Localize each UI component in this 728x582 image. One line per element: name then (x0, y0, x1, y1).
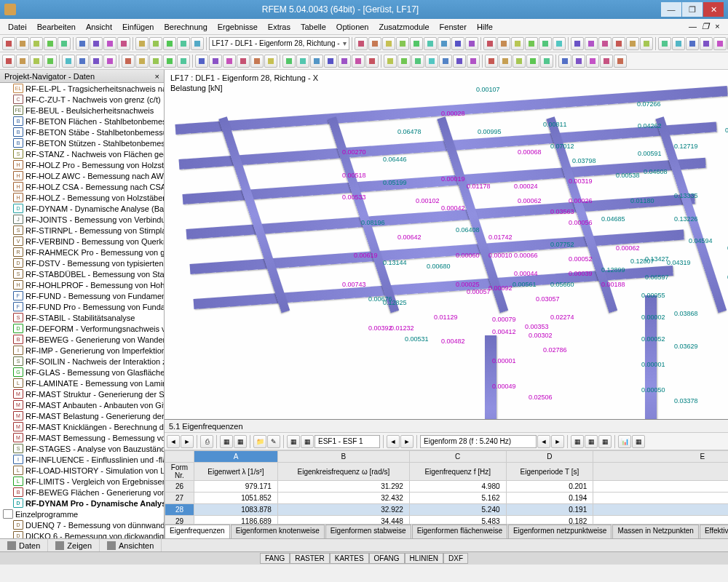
results-toolbar-button[interactable]: ◄ (167, 435, 180, 448)
toolbar-button[interactable] (411, 55, 424, 68)
mdi-close-icon[interactable]: × (715, 22, 725, 32)
toolbar-button[interactable] (177, 37, 190, 50)
results-toolbar-button[interactable]: ⎙ (200, 435, 213, 448)
table-row[interactable]: 271051.85232.4325.1620.194 (165, 493, 729, 504)
toolbar-button[interactable] (310, 55, 323, 68)
toolbar-button[interactable] (368, 37, 381, 50)
tree-item[interactable]: GRF-GLAS - Bemessung von Glasflächen (0, 367, 164, 378)
toolbar-button[interactable] (424, 37, 437, 50)
table-row[interactable]: 291186.68934.4485.4830.182 (165, 516, 729, 525)
toolbar-button[interactable] (425, 55, 438, 68)
results-tab[interactable]: Eigenformen netzpunktweise (508, 525, 612, 538)
tree-item[interactable]: ELRF-EL-PL - Tragsicherheitsnachweis nac… (0, 83, 164, 94)
toolbar-button[interactable] (485, 55, 498, 68)
results-toolbar-button[interactable]: ▦ (632, 435, 645, 448)
toolbar-button[interactable] (453, 55, 466, 68)
results-toolbar-button[interactable]: ▦ (585, 435, 598, 448)
status-toggle-dxf[interactable]: DXF (443, 553, 468, 564)
tree-item[interactable]: HRF-HOLZ Pro - Bemessung von Holzstäben (0, 159, 164, 170)
results-tab[interactable]: Eigenformen stabweise (325, 525, 411, 538)
toolbar-button[interactable] (2, 37, 15, 50)
toolbar-button[interactable] (497, 37, 510, 50)
toolbar-button[interactable] (30, 55, 43, 68)
toolbar-button[interactable] (465, 37, 478, 50)
toolbar-button[interactable] (163, 55, 176, 68)
results-toolbar-button[interactable]: ▦ (598, 435, 612, 448)
results-toolbar-button[interactable]: ◄ (537, 435, 550, 448)
status-toggle-hlinien[interactable]: HLINIEN (405, 553, 443, 564)
toolbar-button[interactable] (149, 55, 162, 68)
toolbar-button[interactable] (149, 37, 162, 50)
tree-item[interactable]: Einzelprogramme (0, 509, 164, 519)
toolbar-button[interactable] (598, 37, 612, 50)
toolbar-button[interactable] (282, 55, 296, 68)
menu-einfügen[interactable]: Einfügen (117, 21, 159, 33)
results-toolbar-button[interactable]: ▦ (220, 435, 233, 448)
toolbar-button[interactable] (439, 55, 452, 68)
toolbar-button[interactable] (585, 37, 598, 50)
results-tab[interactable]: Eigenformen knotenweise (231, 525, 325, 538)
tree-item[interactable]: BRF-BEWEG Flächen - Generierung von Wanc (0, 487, 164, 498)
tree-item[interactable]: DRF-DSTV - Bemessung von typisierten I-T… (0, 258, 164, 268)
results-toolbar-button[interactable]: ► (551, 435, 564, 448)
toolbar-button[interactable] (177, 55, 190, 68)
toolbar-button[interactable] (90, 37, 103, 50)
eigenform-combo[interactable]: Eigenform 28 (f : 5.240 Hz) (420, 435, 537, 448)
tree-item[interactable]: FRF-FUND - Bemessung von Fundamenten (0, 290, 164, 301)
toolbar-button[interactable] (44, 37, 57, 50)
toolbar-button[interactable] (558, 55, 571, 68)
status-toggle-kartes[interactable]: KARTES (330, 553, 369, 564)
nav-tab-zeigen[interactable]: Zeigen (48, 539, 100, 551)
toolbar-button[interactable] (16, 55, 29, 68)
tree-item[interactable]: CRF-C-ZU-T - Nachweis von grenz (c/t) (0, 94, 164, 105)
tree-item[interactable]: SRF-STANZ - Nachweis von Flächen gegen D (0, 148, 164, 159)
toolbar-button[interactable] (513, 55, 526, 68)
toolbar-button[interactable] (103, 37, 116, 50)
toolbar-button[interactable] (499, 55, 512, 68)
menu-tabelle[interactable]: Tabelle (296, 21, 331, 33)
toolbar-button[interactable] (338, 55, 351, 68)
tree-item[interactable]: BRF-BETON Flächen - Stahlbetonbemessung (0, 116, 164, 127)
toolbar-button[interactable] (600, 55, 613, 68)
toolbar-button[interactable] (223, 55, 236, 68)
status-toggle-ofang[interactable]: OFANG (369, 553, 405, 564)
toolbar-button[interactable] (540, 55, 553, 68)
toolbar-button[interactable] (511, 37, 524, 50)
toolbar-button[interactable] (90, 55, 103, 68)
tree-item[interactable]: DRF-DYNAM Pro - Dynamische Analyse (0, 498, 164, 509)
tree-item[interactable]: MRF-MAST Belastung - Generierung der Bel… (0, 410, 164, 421)
tree-item[interactable]: VRF-VERBIND - Bemessung von Querkraftans (0, 236, 164, 247)
toolbar-button[interactable] (640, 37, 653, 50)
toolbar-button[interactable] (525, 37, 538, 50)
toolbar-button[interactable] (355, 37, 368, 50)
tree-item[interactable]: HRF-HOLZ AWC - Bemessung nach AWC (LR (0, 170, 164, 181)
toolbar-button[interactable] (76, 55, 89, 68)
toolbar-button[interactable] (612, 37, 625, 50)
tree-item[interactable]: MRF-MAST Struktur - Generierung der Stru… (0, 388, 164, 399)
toolbar-button[interactable] (76, 37, 89, 50)
menu-ergebnisse[interactable]: Ergebnisse (213, 21, 263, 33)
menu-optionen[interactable]: Optionen (331, 21, 374, 33)
tree-item[interactable]: DDUENQ 7 - Bemessung von dünnwandigen (0, 519, 164, 530)
results-toolbar-button[interactable]: ▦ (287, 435, 300, 448)
results-toolbar-button[interactable]: ▦ (234, 435, 247, 448)
tree-item[interactable]: SRF-STAGES - Analyse von Bauzuständen (0, 443, 164, 454)
tree-item[interactable]: DDICKQ 6 - Bemessung von dickwandigen Qu (0, 530, 164, 538)
toolbar-button[interactable] (700, 37, 713, 50)
results-tab[interactable]: Eigenfrequenzen (165, 525, 230, 538)
tree-item[interactable]: FRF-FUND Pro - Bemessung von Fundamente (0, 301, 164, 312)
toolbar-button[interactable] (438, 37, 451, 50)
toolbar-button[interactable] (483, 37, 496, 50)
results-toolbar-button[interactable]: 📁 (253, 435, 266, 448)
results-nav-button[interactable]: ► (400, 435, 414, 448)
toolbar-button[interactable] (365, 55, 379, 68)
toolbar-button[interactable] (526, 55, 539, 68)
tree-item[interactable]: SRF-STABIL - Stabilitätsanalyse (0, 312, 164, 323)
toolbar-button[interactable] (135, 37, 149, 50)
close-button[interactable]: ✕ (703, 2, 724, 17)
toolbar-button[interactable] (30, 37, 43, 50)
toolbar-button[interactable] (44, 55, 57, 68)
results-tab[interactable]: Effektive Modalmassenfaktoren (700, 525, 728, 538)
tree-item[interactable]: BRF-BEWEG - Generierung von Wanderlasten (0, 334, 164, 345)
toolbar-button[interactable] (396, 37, 409, 50)
